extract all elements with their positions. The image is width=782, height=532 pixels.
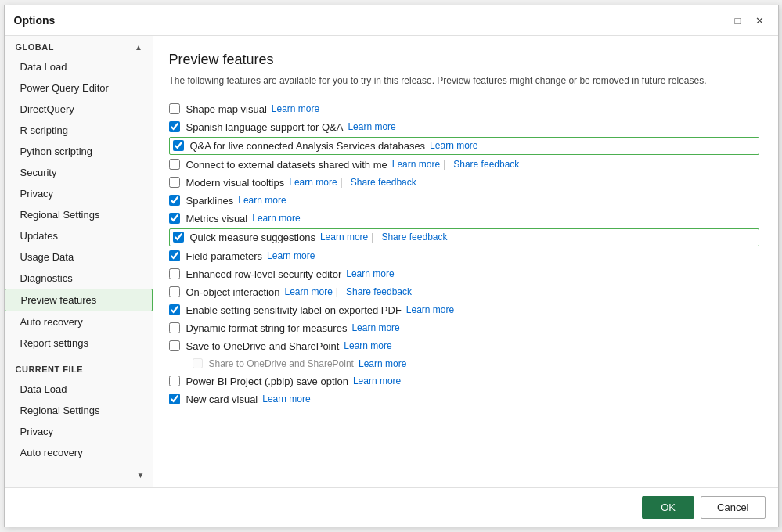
checkbox-dynamic-format[interactable] (169, 322, 180, 333)
feature-row-sensitivity-label: Enable setting sensitivity label on expo… (169, 301, 759, 319)
checkbox-sensitivity-label[interactable] (169, 304, 180, 315)
checkbox-field-parameters[interactable] (169, 250, 180, 261)
ok-button[interactable]: OK (642, 496, 694, 519)
link-modern-tooltips-share-feedback[interactable]: Share feedback (351, 177, 416, 188)
link-qa-live-learn-more[interactable]: Learn more (430, 140, 477, 151)
link-connect-external-learn-more[interactable]: Learn more (392, 159, 440, 170)
sidebar-item-updates[interactable]: Updates (5, 225, 153, 246)
sidebar-current-file-header: CURRENT FILE (5, 358, 153, 379)
separator-modern-tooltips: | (341, 177, 343, 188)
sidebar: GLOBAL ▲ Data Load Power Query Editor Di… (5, 36, 153, 487)
label-new-card: New card visual (186, 394, 258, 405)
feature-row-power-bi-project: Power BI Project (.pbip) save option Lea… (169, 372, 759, 390)
sidebar-item-cf-auto-recovery[interactable]: Auto recovery (5, 442, 153, 463)
link-on-object-learn-more[interactable]: Learn more (284, 286, 332, 297)
sidebar-item-directquery[interactable]: DirectQuery (5, 99, 153, 120)
label-sensitivity-label: Enable setting sensitivity label on expo… (186, 304, 402, 316)
label-save-onedrive: Save to OneDrive and SharePoint (186, 340, 340, 352)
feature-row-metrics-visual: Metrics visual Learn more (169, 210, 759, 228)
checkbox-modern-tooltips[interactable] (169, 177, 180, 188)
checkbox-share-onedrive[interactable] (193, 358, 203, 368)
link-dynamic-format-learn-more[interactable]: Learn more (351, 322, 399, 333)
sidebar-global-header: GLOBAL ▲ (5, 36, 153, 56)
sidebar-item-cf-data-load[interactable]: Data Load (5, 379, 153, 400)
label-on-object: On-object interaction (186, 286, 280, 298)
link-quick-measure-share-feedback[interactable]: Share feedback (381, 232, 447, 243)
link-metrics-visual-learn-more[interactable]: Learn more (252, 213, 300, 224)
link-shape-map-learn-more[interactable]: Learn more (272, 103, 319, 114)
label-connect-external: Connect to external datasets shared with… (186, 159, 387, 171)
link-row-level-security-learn-more[interactable]: Learn more (346, 268, 394, 279)
sidebar-item-preview-features[interactable]: Preview features (5, 289, 153, 311)
global-label: GLOBAL (16, 42, 54, 52)
checkbox-save-onedrive[interactable] (169, 340, 180, 351)
label-row-level-security: Enhanced row-level security editor (186, 268, 342, 280)
close-button[interactable]: ✕ (751, 12, 769, 29)
main-title: Preview features (169, 52, 759, 68)
label-shape-map: Shape map visual (186, 103, 267, 115)
checkbox-quick-measure[interactable] (173, 232, 184, 243)
checkbox-metrics-visual[interactable] (169, 213, 180, 224)
sidebar-item-security[interactable]: Security (5, 162, 153, 183)
checkbox-new-card[interactable] (169, 394, 180, 404)
checkbox-shape-map[interactable] (169, 103, 180, 114)
link-new-card-learn-more[interactable]: Learn more (262, 394, 310, 404)
sidebar-item-cf-privacy[interactable]: Privacy (5, 421, 153, 442)
main-content: Preview features The following features … (153, 36, 778, 487)
minimize-button[interactable]: □ (730, 12, 747, 29)
link-quick-measure-learn-more[interactable]: Learn more (320, 232, 368, 243)
checkbox-sparklines[interactable] (169, 195, 180, 206)
checkbox-row-level-security[interactable] (169, 268, 180, 279)
sidebar-item-report-settings[interactable]: Report settings (5, 332, 153, 354)
sidebar-item-usage-data[interactable]: Usage Data (5, 246, 153, 268)
feature-row-connect-external: Connect to external datasets shared with… (169, 156, 759, 174)
link-sensitivity-label-learn-more[interactable]: Learn more (406, 304, 454, 315)
title-bar-controls: □ ✕ (730, 12, 769, 29)
sidebar-item-diagnostics[interactable]: Diagnostics (5, 268, 153, 289)
sidebar-item-data-load[interactable]: Data Load (5, 56, 153, 77)
feature-row-row-level-security: Enhanced row-level security editor Learn… (169, 265, 759, 283)
label-spanish-language: Spanish language support for Q&A (186, 121, 344, 133)
link-save-onedrive-learn-more[interactable]: Learn more (344, 340, 391, 351)
label-metrics-visual: Metrics visual (186, 213, 248, 225)
link-modern-tooltips-learn-more[interactable]: Learn more (289, 177, 337, 188)
sidebar-item-regional-settings[interactable]: Regional Settings (5, 204, 153, 225)
feature-row-share-onedrive: Share to OneDrive and SharePoint Learn m… (169, 355, 759, 372)
label-power-bi-project: Power BI Project (.pbip) save option (186, 376, 348, 387)
link-connect-external-share-feedback[interactable]: Share feedback (453, 159, 519, 170)
feature-row-dynamic-format: Dynamic format string for measures Learn… (169, 319, 759, 337)
feature-row-new-card: New card visual Learn more (169, 390, 759, 408)
checkbox-on-object[interactable] (169, 286, 180, 297)
feature-row-save-onedrive: Save to OneDrive and SharePoint Learn mo… (169, 337, 759, 355)
link-share-onedrive-learn-more[interactable]: Learn more (359, 358, 406, 369)
feature-row-qa-live: Q&A for live connected Analysis Services… (169, 137, 759, 155)
label-share-onedrive: Share to OneDrive and SharePoint (209, 358, 354, 369)
checkbox-power-bi-project[interactable] (169, 376, 180, 386)
label-qa-live: Q&A for live connected Analysis Services… (190, 140, 426, 152)
sidebar-item-privacy[interactable]: Privacy (5, 183, 153, 204)
checkbox-connect-external[interactable] (169, 159, 180, 170)
options-dialog: Options □ ✕ GLOBAL ▲ Data Load Power Que… (4, 5, 779, 527)
label-sparklines: Sparklines (186, 195, 234, 207)
sidebar-item-power-query-editor[interactable]: Power Query Editor (5, 77, 153, 99)
link-sparklines-learn-more[interactable]: Learn more (238, 195, 286, 206)
checkbox-spanish-language[interactable] (169, 121, 180, 132)
link-spanish-language-learn-more[interactable]: Learn more (348, 121, 395, 132)
feature-row-shape-map: Shape map visual Learn more (169, 100, 759, 118)
footer: OK Cancel (5, 487, 778, 527)
link-on-object-share-feedback[interactable]: Share feedback (346, 286, 412, 297)
dialog-title: Options (14, 14, 56, 27)
feature-row-quick-measure: Quick measure suggestions Learn more | S… (169, 228, 759, 246)
sidebar-item-python-scripting[interactable]: Python scripting (5, 141, 153, 162)
sidebar-item-auto-recovery[interactable]: Auto recovery (5, 311, 153, 332)
label-dynamic-format: Dynamic format string for measures (186, 322, 348, 334)
sidebar-item-cf-regional-settings[interactable]: Regional Settings (5, 400, 153, 421)
label-field-parameters: Field parameters (186, 250, 263, 262)
link-field-parameters-learn-more[interactable]: Learn more (267, 250, 315, 261)
cancel-button[interactable]: Cancel (701, 496, 765, 519)
main-subtitle: The following features are available for… (169, 74, 759, 88)
checkbox-qa-live[interactable] (173, 140, 184, 151)
feature-row-spanish-language: Spanish language support for Q&A Learn m… (169, 118, 759, 136)
link-power-bi-project-learn-more[interactable]: Learn more (353, 376, 401, 386)
sidebar-item-r-scripting[interactable]: R scripting (5, 120, 153, 141)
